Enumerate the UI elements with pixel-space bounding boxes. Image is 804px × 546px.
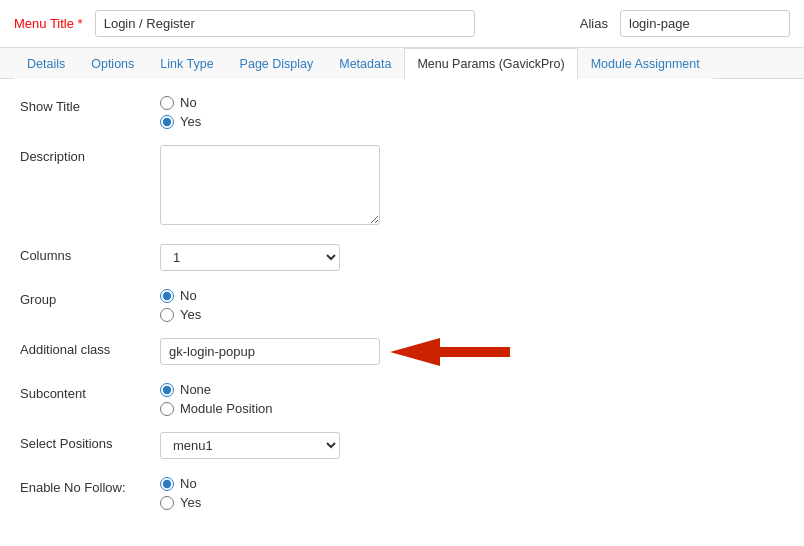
show-title-radio-group: No Yes: [160, 95, 784, 129]
group-control: No Yes: [160, 288, 784, 322]
show-title-label: Show Title: [20, 95, 160, 114]
enable-no-follow-no-option[interactable]: No: [160, 476, 784, 491]
subcontent-label: Subcontent: [20, 382, 160, 401]
subcontent-module-radio[interactable]: [160, 402, 174, 416]
description-row: Description: [20, 145, 784, 228]
select-positions-select[interactable]: menu1 menu2 menu3: [160, 432, 340, 459]
group-row: Group No Yes: [20, 288, 784, 322]
menu-title-input[interactable]: [95, 10, 475, 37]
enable-no-follow-control: No Yes: [160, 476, 784, 510]
additional-class-label: Additional class: [20, 338, 160, 357]
subcontent-control: None Module Position: [160, 382, 784, 416]
description-textarea[interactable]: [160, 145, 380, 225]
subcontent-module-option[interactable]: Module Position: [160, 401, 784, 416]
show-title-no-option[interactable]: No: [160, 95, 784, 110]
alias-input[interactable]: [620, 10, 790, 37]
enable-no-follow-no-label: No: [180, 476, 197, 491]
tab-module-assignment[interactable]: Module Assignment: [578, 48, 713, 79]
subcontent-module-label: Module Position: [180, 401, 273, 416]
group-radio-group: No Yes: [160, 288, 784, 322]
show-title-yes-label: Yes: [180, 114, 201, 129]
arrow-container: [160, 338, 380, 365]
tab-page-display[interactable]: Page Display: [227, 48, 327, 79]
select-positions-control: menu1 menu2 menu3: [160, 432, 784, 459]
additional-class-input[interactable]: [160, 338, 380, 365]
required-indicator: *: [78, 16, 83, 31]
subcontent-none-radio[interactable]: [160, 383, 174, 397]
description-control: [160, 145, 784, 228]
enable-no-follow-row: Enable No Follow: No Yes: [20, 476, 784, 510]
group-no-radio[interactable]: [160, 289, 174, 303]
group-yes-radio[interactable]: [160, 308, 174, 322]
subcontent-row: Subcontent None Module Position: [20, 382, 784, 416]
select-positions-row: Select Positions menu1 menu2 menu3: [20, 432, 784, 460]
enable-no-follow-yes-option[interactable]: Yes: [160, 495, 784, 510]
columns-select[interactable]: 1 2 3 4: [160, 244, 340, 271]
enable-no-follow-radio-group: No Yes: [160, 476, 784, 510]
additional-class-control: [160, 338, 784, 365]
show-title-yes-option[interactable]: Yes: [160, 114, 784, 129]
additional-class-row: Additional class: [20, 338, 784, 366]
tabs-row: Details Options Link Type Page Display M…: [0, 48, 804, 79]
content-area: Show Title No Yes Description Columns: [0, 79, 804, 542]
tab-metadata[interactable]: Metadata: [326, 48, 404, 79]
show-title-control: No Yes: [160, 95, 784, 129]
subcontent-none-label: None: [180, 382, 211, 397]
group-no-option[interactable]: No: [160, 288, 784, 303]
show-title-yes-radio[interactable]: [160, 115, 174, 129]
enable-no-follow-yes-label: Yes: [180, 495, 201, 510]
enable-no-follow-no-radio[interactable]: [160, 477, 174, 491]
group-label: Group: [20, 288, 160, 307]
header: Menu Title * Alias: [0, 0, 804, 48]
group-no-label: No: [180, 288, 197, 303]
menu-title-label: Menu Title *: [14, 16, 83, 31]
select-positions-label: Select Positions: [20, 432, 160, 451]
columns-row: Columns 1 2 3 4: [20, 244, 784, 272]
columns-label: Columns: [20, 244, 160, 263]
description-label: Description: [20, 145, 160, 164]
subcontent-radio-group: None Module Position: [160, 382, 784, 416]
red-arrow-annotation: [390, 334, 510, 370]
tab-menu-params[interactable]: Menu Params (GavickPro): [404, 48, 577, 79]
alias-label: Alias: [580, 16, 608, 31]
tab-link-type[interactable]: Link Type: [147, 48, 226, 79]
show-title-row: Show Title No Yes: [20, 95, 784, 129]
show-title-no-label: No: [180, 95, 197, 110]
show-title-no-radio[interactable]: [160, 96, 174, 110]
subcontent-none-option[interactable]: None: [160, 382, 784, 397]
group-yes-option[interactable]: Yes: [160, 307, 784, 322]
enable-no-follow-yes-radio[interactable]: [160, 496, 174, 510]
tab-details[interactable]: Details: [14, 48, 78, 79]
columns-control: 1 2 3 4: [160, 244, 784, 271]
tab-options[interactable]: Options: [78, 48, 147, 79]
red-arrow-svg: [390, 334, 510, 370]
svg-marker-0: [390, 338, 510, 366]
enable-no-follow-label: Enable No Follow:: [20, 476, 160, 495]
group-yes-label: Yes: [180, 307, 201, 322]
